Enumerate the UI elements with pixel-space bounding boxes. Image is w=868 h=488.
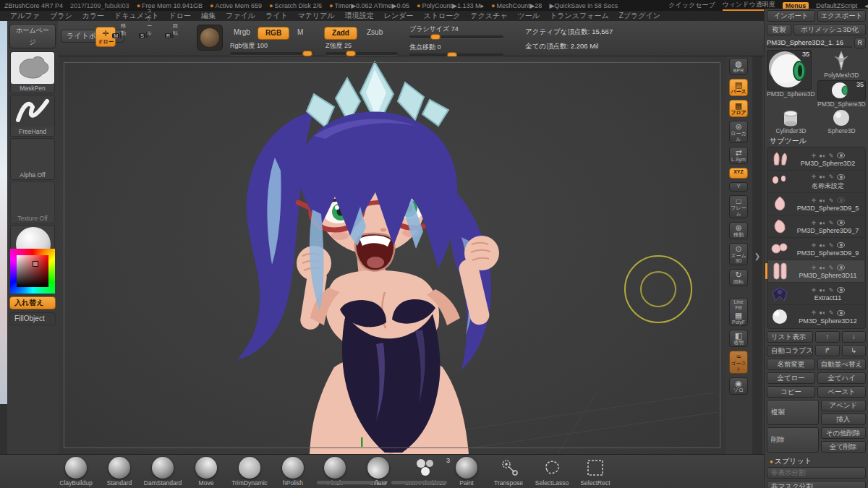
color-picker[interactable]	[10, 249, 55, 294]
scroll-up-icon[interactable]: ▲	[375, 480, 380, 485]
brush-hpolish[interactable]: hPolish	[272, 457, 314, 487]
menu-color[interactable]: カラー	[82, 11, 104, 21]
menu-transform[interactable]: トランスフォーム	[550, 11, 609, 21]
collapse-next-button[interactable]: ↳	[842, 345, 867, 356]
scrollbar-track[interactable]	[317, 481, 373, 484]
menu-stroke[interactable]: ストローク	[424, 11, 461, 21]
append-button[interactable]: アペンド	[821, 400, 867, 411]
insert-button[interactable]: 挿入	[821, 414, 867, 425]
pet-icon[interactable]: ✛	[811, 265, 816, 271]
polypaint-toggle-icon[interactable]: ●◐	[819, 265, 826, 271]
paste-button[interactable]: ペースト	[817, 386, 866, 398]
polyframe-button[interactable]: Line Fill ▦ PolyF	[729, 298, 748, 326]
menu-material[interactable]: マテリアル	[298, 11, 335, 21]
menu-preferences[interactable]: 環境設定	[345, 11, 374, 21]
scale-mode-button[interactable]: S スケール	[146, 32, 148, 38]
panel-collapse-left-icon[interactable]: ◂▮▸	[864, 2, 868, 9]
polymesh3d-thumbnail[interactable]	[829, 50, 854, 72]
scroll-down-icon[interactable]: ▼	[383, 480, 388, 485]
ghost-button[interactable]: ≈ ゴースト	[729, 351, 748, 373]
all-high-button[interactable]: 全てハイ	[817, 372, 866, 384]
zadd-button[interactable]: Zadd	[324, 27, 357, 40]
pet-icon[interactable]: ✛	[811, 287, 816, 294]
current-tool-name[interactable]: PM3D_Sphere3D2_1. 16	[767, 38, 852, 48]
visibility-eye-icon[interactable]	[837, 287, 845, 293]
rgb-intensity-slider[interactable]: Rgb強度 100	[230, 41, 314, 55]
cylinder3d-thumbnail[interactable]	[767, 108, 815, 127]
brush-claybuildup[interactable]: ClayBuildup	[55, 457, 97, 487]
quicksave-button[interactable]: クイックセーブ	[668, 1, 715, 10]
polypaint-toggle-icon[interactable]: ●◐	[819, 309, 826, 316]
subtool-row[interactable]: ✛●◐✎ PM3D_Sphere3D9_7	[768, 215, 864, 238]
duplicate-tool-button[interactable]: 複製	[767, 24, 791, 35]
delete-other-button[interactable]: その他削除	[821, 427, 867, 439]
brush-trimdynamic[interactable]: TrimDynamic	[229, 457, 271, 487]
pet-icon[interactable]: ✛	[811, 197, 816, 204]
subtool-row[interactable]: ✛●◐✎ PM3D_Sphere3D2	[768, 148, 864, 171]
brush-shelf-scrollbar[interactable]: ▲ ▼	[317, 480, 447, 485]
zsub-button[interactable]: Zsub	[362, 27, 388, 38]
menu-texture[interactable]: テクスチャ	[470, 11, 507, 21]
texture-slot[interactable]: Texture Off	[10, 181, 55, 223]
make-polymesh3d-button[interactable]: ポリメッシュ3D化	[793, 24, 866, 35]
z-intensity-slider[interactable]: Z強度 25	[326, 41, 398, 55]
visibility-eye-icon[interactable]	[837, 220, 845, 226]
pan-move-button[interactable]: ⊕ 移動	[729, 222, 748, 239]
menu-alpha[interactable]: アルファ	[10, 11, 40, 21]
duplicate-subtool-button[interactable]: 複製	[767, 400, 819, 425]
visibility-eye-icon[interactable]	[837, 174, 845, 180]
subtool-row-selected[interactable]: ✛●◐✎ PM3D_Sphere3D11	[768, 260, 864, 283]
transparent-button[interactable]: ◧ 透明	[729, 330, 748, 347]
pet-icon[interactable]: ✛	[811, 220, 816, 226]
tool-r-button[interactable]: R	[854, 38, 867, 48]
sphere3d-thumbnail[interactable]	[817, 108, 866, 127]
polypaint-toggle-icon[interactable]: ●◐	[819, 174, 826, 180]
tray-divider-handle[interactable]: ❯	[752, 56, 762, 455]
tool-selectlasso[interactable]: SelectLasso	[531, 457, 573, 487]
visibility-eye-icon[interactable]	[837, 242, 845, 248]
tool-transpose[interactable]: Transpose	[488, 457, 529, 487]
current-tool-thumbnail[interactable]: 35	[767, 50, 812, 90]
subtool-row[interactable]: ✛●◐✎ PM3D_Sphere3D9_9	[768, 238, 864, 260]
rotate-mode-button[interactable]: R 回転	[172, 32, 174, 38]
polypaint-toggle-icon[interactable]: ●◐	[819, 197, 826, 204]
split-section-header[interactable]: ●スプリット	[767, 455, 866, 467]
xyz-button[interactable]: XYZ	[729, 168, 748, 179]
pet-icon[interactable]: ✛	[811, 309, 816, 316]
color-picker-square[interactable]	[17, 255, 48, 287]
menu-edit[interactable]: 編集	[201, 11, 216, 21]
y-axis-button[interactable]: Y	[729, 182, 748, 192]
all-low-button[interactable]: 全てロー	[767, 372, 815, 384]
current-brush-thumbnail[interactable]: MaskPen	[10, 51, 55, 93]
menu-document[interactable]: ドキュメント	[114, 11, 158, 21]
menu-tool[interactable]: ツール	[518, 11, 540, 21]
visibility-eye-icon[interactable]	[837, 265, 845, 270]
brush-damstandard[interactable]: DamStandard	[142, 457, 184, 487]
pet-icon[interactable]: ✛	[811, 153, 816, 159]
split-unmasked-button[interactable]: 非マスク分割	[767, 481, 866, 488]
solo-button[interactable]: ◉ ソロ	[729, 377, 748, 395]
sphere-tool-thumbnail[interactable]: 35	[817, 80, 866, 100]
subtool-section-header[interactable]: サブツール	[767, 134, 866, 147]
pet-icon[interactable]: ✛	[811, 242, 816, 249]
polypaint-toggle-icon[interactable]: ●◐	[819, 287, 826, 294]
menu-file[interactable]: ファイル	[226, 11, 255, 21]
brush-icon[interactable]: ✎	[829, 287, 834, 294]
fill-object-button[interactable]: FillObject	[9, 312, 56, 325]
subtool-row[interactable]: ✛●◐✎ PM3D_Sphere3D9_5	[768, 193, 864, 215]
frame-button[interactable]: □ フレーム	[729, 195, 748, 218]
brush-move[interactable]: Move	[185, 457, 227, 487]
visibility-eye-icon[interactable]	[837, 310, 845, 316]
local-symmetry-button[interactable]: ⊚ ローカル	[729, 121, 748, 143]
m-button[interactable]: M	[292, 27, 308, 38]
zoom3d-button[interactable]: ⊙ ズーム3D	[729, 243, 748, 265]
menus-toggle-button[interactable]: Menus	[783, 2, 809, 9]
visibility-eye-icon[interactable]	[837, 153, 845, 158]
rename-button[interactable]: 名前変更	[767, 359, 815, 370]
rgb-button[interactable]: RGB	[258, 27, 289, 40]
copy-button[interactable]: コピー	[767, 386, 815, 398]
switch-color-button[interactable]: 入れ替え	[9, 296, 56, 309]
collapse-prev-button[interactable]: ↱	[815, 345, 840, 356]
brush-icon[interactable]: ✎	[829, 197, 834, 204]
focal-shift-slider[interactable]: 焦点移動 0	[409, 43, 503, 56]
